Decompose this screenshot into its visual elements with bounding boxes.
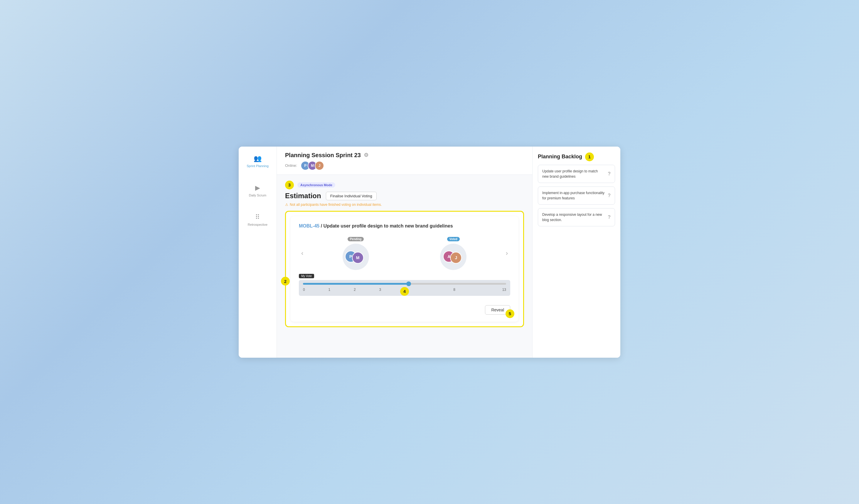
page-title: Planning Session Sprint 23 xyxy=(285,152,361,159)
slider-section: My Vote 4 0 xyxy=(299,273,510,296)
warning-icon: ⚠ xyxy=(285,203,288,207)
pending-badge: Pending xyxy=(348,237,364,241)
backlog-title-row: Planning Backlog 1 xyxy=(538,153,615,161)
reveal-row: Reveal 5 xyxy=(299,300,510,315)
sidebar-item-daily-scrum[interactable]: ▶ Daily Scrum xyxy=(245,182,270,199)
warning-text: ⚠ Not all participants have finished vot… xyxy=(285,203,524,207)
slider-label-3: 3 xyxy=(379,288,381,292)
ticket-id: MOBL-45 xyxy=(299,223,319,229)
sidebar: 👥 Sprint Planning ▶ Daily Scrum ⠿ Retros… xyxy=(239,146,277,358)
slider-label-2: 2 xyxy=(354,288,356,292)
callout-3: 3 xyxy=(285,180,294,189)
content-area: 3 Asynchronous Mode Estimation Finalise … xyxy=(277,175,532,358)
slider-label-1: 1 xyxy=(329,288,331,292)
backlog-panel: Planning Backlog 1 Update user profile d… xyxy=(532,146,620,358)
estimation-title-row: Estimation Finalise Individual Voting xyxy=(285,192,524,200)
online-label: Online: xyxy=(285,163,297,168)
voters-row: Pending P M Voted xyxy=(307,237,502,270)
backlog-item-text-2: Develop a responsive layout for a new bl… xyxy=(542,212,605,222)
backlog-item-score-1: ? xyxy=(608,193,611,198)
sidebar-item-sprint-planning[interactable]: 👥 Sprint Planning xyxy=(243,153,272,170)
backlog-item-text-1: Implement in-app purchase functionality … xyxy=(542,190,605,201)
header-title-row: Planning Session Sprint 23 ⚙ xyxy=(285,152,524,159)
callout-1: 1 xyxy=(585,153,594,161)
backlog-title: Planning Backlog xyxy=(538,154,582,160)
voting-card-inner: MOBL-45 / Update user profile design to … xyxy=(291,216,518,321)
mode-badge: Asynchronous Mode xyxy=(297,183,335,188)
backlog-item-text-0: Update user profile design to match new … xyxy=(542,169,605,179)
pending-avatar-2: M xyxy=(352,252,364,264)
backlog-item-0[interactable]: Update user profile design to match new … xyxy=(538,165,615,183)
estimation-title: Estimation xyxy=(285,192,321,200)
slider-label-13: 13 xyxy=(502,288,506,292)
slider-thumb[interactable] xyxy=(406,282,411,286)
slider-wrapper: 4 xyxy=(303,283,506,285)
retrospective-icon: ⠿ xyxy=(255,214,260,221)
reveal-wrapper: Reveal 5 xyxy=(485,300,510,315)
pending-voter-group: Pending P M xyxy=(343,237,369,270)
nav-prev-button[interactable]: ‹ xyxy=(299,247,306,259)
online-section: Online: P M J Peter Müller xyxy=(285,161,524,170)
voted-avatar-2: J xyxy=(450,252,462,264)
avatar-user-3: J Peter Müller xyxy=(315,161,324,170)
voting-card-outer: MOBL-45 / Update user profile design to … xyxy=(285,211,524,327)
sidebar-label-sprint-planning: Sprint Planning xyxy=(246,164,269,168)
slider-label-0: 0 xyxy=(303,288,305,292)
callout-5: 5 xyxy=(506,309,514,318)
ticket-text: Update user profile design to match new … xyxy=(323,223,453,229)
backlog-item-score-2: ? xyxy=(608,215,611,220)
voted-badge: Voted xyxy=(447,237,460,241)
daily-scrum-icon: ▶ xyxy=(255,184,260,192)
slider-fill xyxy=(303,283,409,285)
sprint-planning-icon: 👥 xyxy=(254,155,261,162)
backlog-item-2[interactable]: Develop a responsive layout for a new bl… xyxy=(538,208,615,226)
estimation-header: 3 Asynchronous Mode Estimation Finalise … xyxy=(285,180,524,207)
ticket-separator: / xyxy=(321,223,323,229)
voted-avatars: A J xyxy=(440,243,467,270)
backlog-item-1[interactable]: Implement in-app purchase functionality … xyxy=(538,187,615,205)
callout-2: 2 xyxy=(281,277,290,286)
pending-avatars: P M xyxy=(343,243,369,270)
app-container: 👥 Sprint Planning ▶ Daily Scrum ⠿ Retros… xyxy=(239,146,620,358)
finalise-button[interactable]: Finalise Individual Voting xyxy=(326,192,377,200)
page-header: Planning Session Sprint 23 ⚙ Online: P M… xyxy=(277,146,532,175)
my-vote-label: My Vote xyxy=(299,274,314,278)
sidebar-item-retrospective[interactable]: ⠿ Retrospective xyxy=(244,211,271,229)
callout-4: 4 xyxy=(400,287,409,296)
slider-track: 4 xyxy=(303,283,506,285)
backlog-item-score-0: ? xyxy=(608,171,611,176)
avatar-group: P M J Peter Müller xyxy=(301,161,324,170)
main-content: Planning Session Sprint 23 ⚙ Online: P M… xyxy=(277,146,532,358)
slider-container: 4 0 1 2 3 5 8 xyxy=(299,280,510,296)
voting-nav-row: ‹ Pending P M xyxy=(299,237,510,270)
voting-area: 2 MOBL-45 / Update user profile design t… xyxy=(285,211,524,352)
slider-label-7: 8 xyxy=(453,288,455,292)
settings-icon[interactable]: ⚙ xyxy=(364,152,368,158)
sidebar-label-retrospective: Retrospective xyxy=(248,223,268,226)
voted-voter-group: Voted A J xyxy=(440,237,467,270)
sidebar-label-daily-scrum: Daily Scrum xyxy=(249,193,266,197)
nav-next-button[interactable]: › xyxy=(503,247,510,259)
ticket-title: MOBL-45 / Update user profile design to … xyxy=(299,223,510,229)
